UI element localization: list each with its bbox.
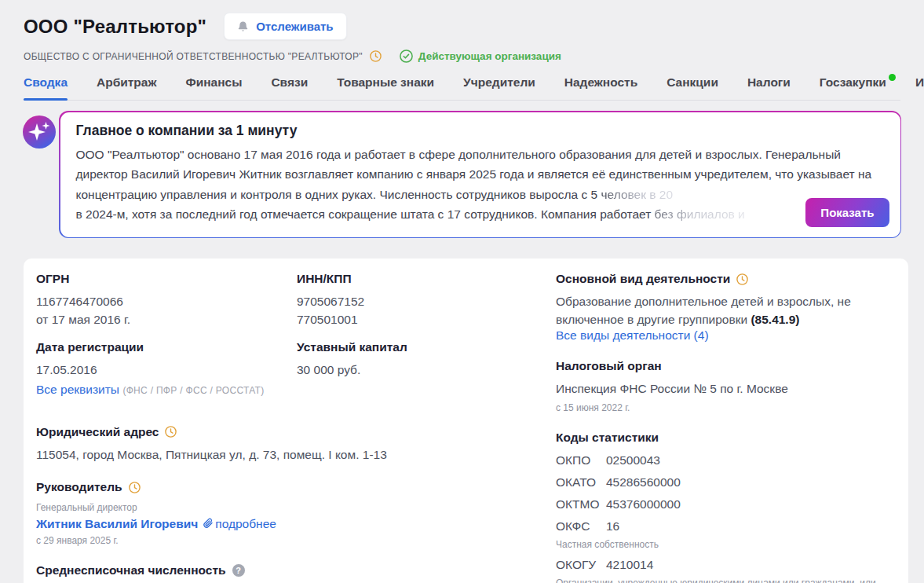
okfs-row: ОКФС16 <box>556 518 896 535</box>
tab-svodka[interactable]: Сводка <box>24 75 68 100</box>
all-activities-link[interactable]: Все виды деятельности (4) <box>556 328 709 342</box>
registration-date-label: Дата регистрации <box>36 340 297 354</box>
ai-line4: в 2024-м, хотя за последний год отмечает… <box>76 207 655 221</box>
tab-nadezhnost[interactable]: Надежность <box>564 75 637 100</box>
tab-goszakupki[interactable]: Госзакупки <box>820 75 886 100</box>
ceo-block: Руководитель Генеральный директор Житник… <box>36 480 556 547</box>
capital-value: 30 000 руб. <box>297 361 556 380</box>
tax-authority-label: Налоговый орган <box>556 359 896 373</box>
tab-tovarnye-znaki[interactable]: Товарные знаки <box>337 75 434 100</box>
tax-authority-since: с 15 июня 2022 г. <box>556 402 896 414</box>
ai-summary-text: ООО "Реалтьютор" основано 17 мая 2016 го… <box>76 145 885 225</box>
ceo-position: Генеральный директор <box>36 501 556 514</box>
ai-line3-faded: человек в 20 <box>601 188 674 201</box>
capital-label: Уставный капитал <box>297 340 556 354</box>
ai-summary-section: Главное о компании за 1 минуту ООО "Реал… <box>59 111 901 238</box>
company-details-card: ОГРН 1167746470066 от 17 мая 2016 г. ИНН… <box>24 258 908 583</box>
oktmo-row: ОКТМО45376000000 <box>556 496 896 513</box>
page-title: ООО "Реалтьютор" <box>24 16 206 38</box>
capital-block: Уставный капитал 30 000 руб. <box>297 340 556 397</box>
all-requisites-link[interactable]: Все реквизиты <box>36 383 119 396</box>
ai-line2: директор Василий Игоревич Житник возглав… <box>76 167 794 181</box>
status-text: Действующая организация <box>418 50 561 62</box>
show-button[interactable]: Показать <box>805 198 889 227</box>
okfs-note: Частная собственность <box>556 538 886 551</box>
status-badge: Действующая организация <box>400 50 561 63</box>
tab-sankcii[interactable]: Санкции <box>667 75 718 100</box>
main-activity-code: (85.41.9) <box>751 313 799 326</box>
inn-value: 9705067152 <box>297 293 556 311</box>
okogu-note: Организации, учрежденные юридическими ли… <box>556 577 886 583</box>
ogrn-block: ОГРН 1167746470066 от 17 мая 2016 г. <box>36 272 297 328</box>
ceo-details-link[interactable]: подробнее <box>215 517 276 530</box>
headcount-label: Среднесписочная численность <box>36 563 226 578</box>
headcount-help-icon[interactable]: ? <box>232 564 245 577</box>
main-activity-text: Образование дополнительное детей и взрос… <box>556 295 851 326</box>
ogrn-value: 1167746470066 <box>36 293 297 311</box>
paperclip-icon <box>203 518 214 529</box>
okogu-row: ОКОГУ4210014 <box>556 556 896 574</box>
registration-date-block: Дата регистрации 17.05.2016 Все реквизит… <box>36 340 297 397</box>
tab-svyazi[interactable]: Связи <box>271 75 308 100</box>
main-activity-block: Основной вид деятельности Образование до… <box>556 272 896 343</box>
ai-line4-faded: без филиалов и <box>655 207 745 221</box>
details-left-column: ОГРН 1167746470066 от 17 мая 2016 г. ИНН… <box>36 272 556 583</box>
registration-date-value: 17.05.2016 <box>36 361 297 380</box>
statistics-codes-label: Коды статистики <box>556 431 896 445</box>
check-circle-icon <box>400 50 413 63</box>
ai-line1: ООО "Реалтьютор" основано 17 мая 2016 го… <box>76 148 841 161</box>
new-indicator-dot <box>889 74 896 81</box>
okpo-row: ОКПО02500043 <box>556 452 896 469</box>
ai-sparkle-icon <box>22 115 57 149</box>
ceo-since: с 29 января 2025 г. <box>36 534 556 547</box>
tab-arbitrazh[interactable]: Арбитраж <box>97 75 156 100</box>
tab-finansy[interactable]: Финансы <box>185 75 242 100</box>
main-activity-label: Основной вид деятельности <box>556 272 730 286</box>
legal-address-label: Юридический адрес <box>36 425 159 439</box>
legal-address-block: Юридический адрес 115054, город Москва, … <box>36 425 556 464</box>
okato-row: ОКАТО45286560000 <box>556 474 896 491</box>
ceo-name-link[interactable]: Житник Василий Игоревич <box>36 517 198 530</box>
legal-address-value: 115054, город Москва, Пятницкая ул, д. 7… <box>36 446 556 464</box>
statistics-codes-block: Коды статистики ОКПО02500043 ОКАТО452865… <box>556 431 896 583</box>
inn-kpp-label: ИНН/КПП <box>297 272 556 286</box>
page-header: ООО "Реалтьютор" Отслеживать ОБЩЕСТВО С … <box>0 0 924 101</box>
tax-authority-value: Инспекция ФНС России № 5 по г. Москве <box>556 380 896 398</box>
activity-history-clock-icon[interactable] <box>736 273 748 285</box>
tab-next-truncated[interactable]: И <box>915 75 924 100</box>
track-button[interactable]: Отслеживать <box>224 13 346 40</box>
inn-kpp-block: ИНН/КПП 9705067152 770501001 <box>297 272 556 328</box>
company-profile-page: ООО "Реалтьютор" Отслеживать ОБЩЕСТВО С … <box>0 0 924 583</box>
company-full-name: ОБЩЕСТВО С ОГРАНИЧЕННОЙ ОТВЕТСТВЕННОСТЬЮ… <box>24 51 363 62</box>
tab-uchrediteli[interactable]: Учредители <box>463 75 535 100</box>
tab-nalogi[interactable]: Налоги <box>747 75 791 100</box>
headcount-block: Среднесписочная численность ? 13 сотрудн… <box>36 563 556 583</box>
ogrn-date: от 17 мая 2016 г. <box>36 311 297 329</box>
clock-icon[interactable] <box>370 50 382 62</box>
ogrn-label: ОГРН <box>36 272 297 286</box>
requisites-sources-note: (ФНС / ПФР / ФСС / РОССТАТ) <box>122 385 264 396</box>
details-right-column: Основной вид деятельности Образование до… <box>556 272 896 583</box>
ceo-history-clock-icon[interactable] <box>129 482 141 493</box>
tax-authority-block: Налоговый орган Инспекция ФНС России № 5… <box>556 359 896 414</box>
address-history-clock-icon[interactable] <box>165 426 177 438</box>
track-button-label: Отслеживать <box>256 20 333 33</box>
tab-bar: Сводка Арбитраж Финансы Связи Товарные з… <box>24 75 900 101</box>
ceo-label: Руководитель <box>36 480 122 494</box>
bell-icon <box>237 20 249 33</box>
ai-summary-title: Главное о компании за 1 минуту <box>76 123 885 139</box>
kpp-value: 770501001 <box>297 311 556 329</box>
